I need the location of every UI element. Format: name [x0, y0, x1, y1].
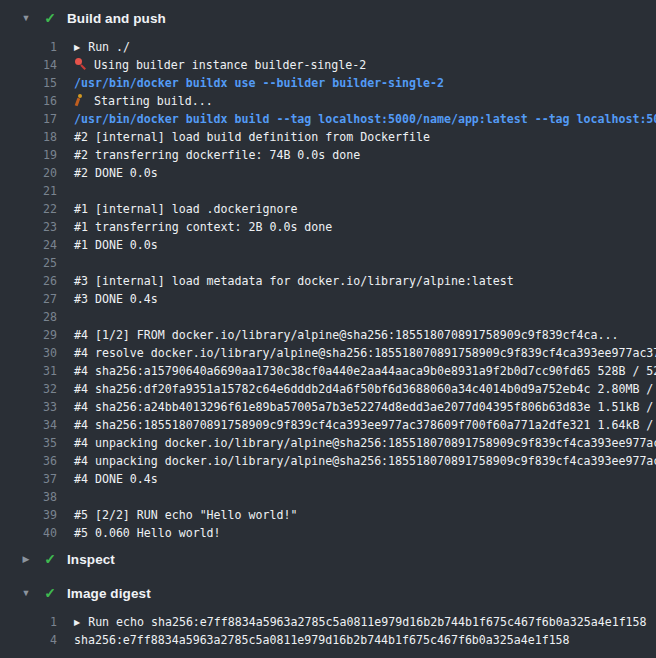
line-text: #4 [1/2] FROM docker.io/library/alpine@s… — [57, 328, 656, 342]
line-text: ▶Run ./ — [57, 40, 656, 54]
log-line: 1 ▶Run echo sha256:e7ff8834a5963a2785c5a… — [0, 613, 656, 631]
log-line: 31 #4 sha256:a15790640a6690aa1730c38cf0a… — [0, 362, 656, 380]
log-line: 32 #4 sha256:df20fa9351a15782c64e6dddb2d… — [0, 380, 656, 398]
check-icon: ✓ — [42, 552, 58, 566]
log-line: 29 #4 [1/2] FROM docker.io/library/alpin… — [0, 326, 656, 344]
line-text: #2 DONE 0.0s — [57, 166, 656, 180]
line-number[interactable]: 21 — [0, 184, 57, 198]
line-text: ▶Run echo sha256:e7ff8834a5963a2785c5a08… — [57, 615, 656, 629]
section-log: 1 ▶Run echo sha256:e7ff8834a5963a2785c5a… — [0, 613, 656, 649]
log-line: 14 Using builder instance builder-single… — [0, 56, 656, 74]
run-group-expand-icon[interactable]: ▶ — [74, 618, 80, 627]
line-text: #4 DONE 0.4s — [57, 472, 656, 486]
line-number[interactable]: 38 — [0, 490, 57, 504]
line-number[interactable]: 32 — [0, 382, 57, 396]
log-line: 28 — [0, 308, 656, 326]
log-line: 34 #4 sha256:185518070891758909c9f839cf4… — [0, 416, 656, 434]
log-line: 23 #1 transferring context: 2B 0.0s done — [0, 218, 656, 236]
log-section: ▼ ✓ Image digest 1 ▶Run echo sha256:e7ff… — [0, 580, 656, 649]
line-number[interactable]: 4 — [0, 633, 57, 647]
line-number[interactable]: 25 — [0, 256, 57, 270]
line-text: #3 [internal] load metadata for docker.i… — [57, 274, 656, 288]
log-line: 17 /usr/bin/docker buildx build --tag lo… — [0, 110, 656, 128]
line-text: #4 sha256:185518070891758909c9f839cf4ca3… — [57, 418, 656, 432]
log-line: 24 #1 DONE 0.0s — [0, 236, 656, 254]
line-text: #4 unpacking docker.io/library/alpine@sh… — [57, 436, 656, 450]
line-number[interactable]: 28 — [0, 310, 57, 324]
line-number[interactable]: 39 — [0, 508, 57, 522]
log-line: 39 #5 [2/2] RUN echo "Hello world!" — [0, 506, 656, 524]
line-number[interactable]: 19 — [0, 148, 57, 162]
log-line: 21 — [0, 182, 656, 200]
line-number[interactable]: 29 — [0, 328, 57, 342]
section-header[interactable]: ▶ ✓ Inspect — [0, 546, 656, 572]
log-line: 33 #4 sha256:a24bb4013296f61e89ba57005a7… — [0, 398, 656, 416]
line-number[interactable]: 1 — [0, 615, 57, 629]
section-header[interactable]: ▼ ✓ Build and push — [0, 5, 656, 31]
section-header[interactable]: ▼ ✓ Image digest — [0, 580, 656, 606]
line-text: #4 sha256:a24bb4013296f61e89ba57005a7b3e… — [57, 400, 656, 414]
line-number[interactable]: 37 — [0, 472, 57, 486]
log-line: 15 /usr/bin/docker buildx use --builder … — [0, 74, 656, 92]
log-line: 38 — [0, 488, 656, 506]
line-number[interactable]: 16 — [0, 94, 57, 108]
line-number[interactable]: 36 — [0, 454, 57, 468]
log-line: 19 #2 transferring dockerfile: 74B 0.0s … — [0, 146, 656, 164]
runner-icon — [74, 94, 87, 107]
log-line: 26 #3 [internal] load metadata for docke… — [0, 272, 656, 290]
chevron-toggle-icon: ▶ — [19, 555, 33, 564]
line-number[interactable]: 15 — [0, 76, 57, 90]
log-line: 25 — [0, 254, 656, 272]
log-line: 1 ▶Run ./ — [0, 38, 656, 56]
line-number[interactable]: 14 — [0, 58, 57, 72]
log-line: 22 #1 [internal] load .dockerignore — [0, 200, 656, 218]
line-number[interactable]: 20 — [0, 166, 57, 180]
log-line: 27 #3 DONE 0.4s — [0, 290, 656, 308]
line-number[interactable]: 18 — [0, 130, 57, 144]
line-number[interactable]: 1 — [0, 40, 57, 54]
log-line: 16 Starting build... — [0, 92, 656, 110]
chevron-toggle-icon: ▼ — [19, 589, 33, 598]
log-viewer: ▼ ✓ Build and push 1 ▶Run ./ 14 Using bu… — [0, 0, 656, 658]
log-line: 30 #4 resolve docker.io/library/alpine@s… — [0, 344, 656, 362]
check-icon: ✓ — [42, 586, 58, 600]
log-line: 35 #4 unpacking docker.io/library/alpine… — [0, 434, 656, 452]
line-text: #5 [2/2] RUN echo "Hello world!" — [57, 508, 656, 522]
line-number[interactable]: 27 — [0, 292, 57, 306]
pushpin-icon — [74, 58, 87, 71]
line-text: #4 sha256:df20fa9351a15782c64e6dddb2d4a6… — [57, 382, 656, 396]
line-number[interactable]: 23 — [0, 220, 57, 234]
line-number[interactable]: 17 — [0, 112, 57, 126]
log-line: 40 #5 0.060 Hello world! — [0, 524, 656, 542]
log-line: 18 #2 [internal] load build definition f… — [0, 128, 656, 146]
line-text: Using builder instance builder-single-2 — [57, 58, 656, 72]
line-text: /usr/bin/docker buildx build --tag local… — [57, 112, 656, 126]
run-group-expand-icon[interactable]: ▶ — [74, 43, 80, 52]
line-number[interactable]: 40 — [0, 526, 57, 540]
line-number[interactable]: 24 — [0, 238, 57, 252]
section-log: 1 ▶Run ./ 14 Using builder instance buil… — [0, 38, 656, 542]
line-text: #1 [internal] load .dockerignore — [57, 202, 656, 216]
line-number[interactable]: 34 — [0, 418, 57, 432]
section-title: Inspect — [67, 552, 115, 567]
section-title: Image digest — [67, 586, 151, 601]
line-text: #4 resolve docker.io/library/alpine@sha2… — [57, 346, 656, 360]
section-title: Build and push — [67, 11, 166, 26]
chevron-toggle-icon: ▼ — [19, 14, 33, 23]
line-text: #5 0.060 Hello world! — [57, 526, 656, 540]
line-number[interactable]: 26 — [0, 274, 57, 288]
line-number[interactable]: 22 — [0, 202, 57, 216]
log-line: 4 sha256:e7ff8834a5963a2785c5a0811e979d1… — [0, 631, 656, 649]
log-section: ▼ ✓ Build and push 1 ▶Run ./ 14 Using bu… — [0, 5, 656, 542]
line-text: #2 transferring dockerfile: 74B 0.0s don… — [57, 148, 656, 162]
line-number[interactable]: 35 — [0, 436, 57, 450]
line-number[interactable]: 30 — [0, 346, 57, 360]
line-text: #2 [internal] load build definition from… — [57, 130, 656, 144]
line-text: Starting build... — [57, 94, 656, 108]
log-line: 37 #4 DONE 0.4s — [0, 470, 656, 488]
line-text: #4 unpacking docker.io/library/alpine@sh… — [57, 454, 656, 468]
line-number[interactable]: 33 — [0, 400, 57, 414]
line-text: #1 transferring context: 2B 0.0s done — [57, 220, 656, 234]
log-section: ▶ ✓ Inspect — [0, 546, 656, 572]
line-number[interactable]: 31 — [0, 364, 57, 378]
